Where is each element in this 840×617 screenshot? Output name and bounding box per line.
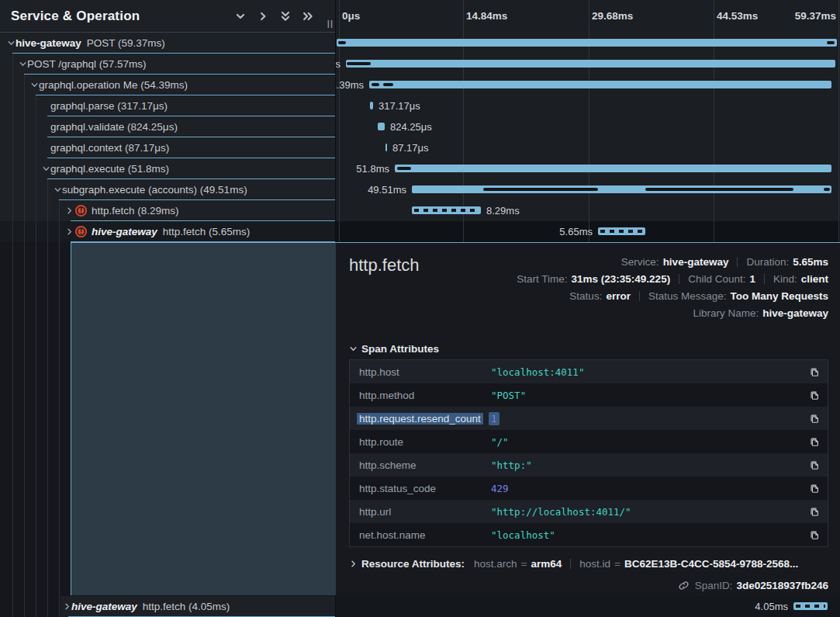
duration-label: 8.29ms <box>486 205 520 217</box>
chevron-down-icon[interactable] <box>233 9 247 23</box>
attribute-key: http.method <box>350 390 491 401</box>
span-bar[interactable] <box>395 165 831 172</box>
double-chevron-right-icon[interactable] <box>301 9 315 23</box>
meta-value: hive-gateway <box>663 256 729 268</box>
indent-spacer <box>41 123 50 132</box>
span-attributes-header[interactable]: Span Attributes <box>348 343 439 355</box>
attribute-key: http.route <box>350 436 491 448</box>
span-bar[interactable] <box>378 123 385 130</box>
attribute-key-text: http.status_code <box>359 483 436 494</box>
span-meta-line: Library Name:hive-gateway <box>517 305 828 322</box>
span-meta: Service:hive-gatewayDuration:5.65msStart… <box>517 254 828 322</box>
attribute-key: http.request.resend_count <box>350 413 491 425</box>
tree-row[interactable]: hive-gatewayPOST (59.37ms) <box>0 33 335 54</box>
child-span-mark <box>827 41 835 44</box>
attribute-value: "/" <box>491 436 801 448</box>
attribute-value-text: 1 <box>489 412 500 425</box>
chevron-right-icon[interactable] <box>64 206 74 216</box>
attribute-value-text: 429 <box>491 483 509 494</box>
span-bar[interactable] <box>337 39 837 47</box>
attribute-row: net.host.name"localhost" <box>350 523 828 546</box>
meta-label: Service: <box>621 256 659 268</box>
tree-row[interactable]: graphql.validate (824.25μs) <box>0 116 335 137</box>
copy-icon[interactable] <box>801 390 828 400</box>
span-bar[interactable] <box>346 60 835 68</box>
copy-icon[interactable] <box>801 529 828 540</box>
span-bar[interactable] <box>370 102 373 109</box>
copy-icon[interactable] <box>801 366 828 377</box>
tree-row[interactable]: !hive-gatewayhttp.fetch (5.65ms) <box>0 221 335 242</box>
meta-value: error <box>606 290 631 302</box>
tree-row[interactable]: graphql.context (87.17μs) <box>0 137 335 158</box>
attribute-row: http.host"localhost:4011" <box>350 360 828 383</box>
attribute-key-text: http.scheme <box>359 459 417 471</box>
copy-icon[interactable] <box>801 506 828 517</box>
copy-icon[interactable] <box>801 436 828 447</box>
resource-attributes-header[interactable]: Resource Attributes:host.arch=arm64host.… <box>348 558 798 570</box>
copy-icon[interactable] <box>801 413 828 424</box>
span-tree-panel: Service & Operation || hive-gatewayPOST … <box>0 0 336 617</box>
tree-header: Service & Operation <box>0 0 335 33</box>
chevron-right-icon[interactable] <box>256 9 270 23</box>
service-name: hive-gateway <box>16 37 81 49</box>
attribute-value: "http:" <box>491 459 801 471</box>
chevron-down-icon[interactable] <box>41 165 50 174</box>
timeline-row: 4.05ms <box>336 596 840 617</box>
span-bar[interactable] <box>598 227 645 235</box>
tree-row[interactable]: !http.fetch (8.29ms) <box>0 200 335 221</box>
child-span-mark <box>372 83 379 86</box>
child-span-mark <box>347 62 371 65</box>
chevron-down-icon[interactable] <box>6 39 16 48</box>
span-bar[interactable] <box>385 144 387 151</box>
chevron-down-icon[interactable] <box>29 81 39 90</box>
panel-resize-handle[interactable]: || <box>327 19 334 28</box>
meta-value: 31ms (23:35:49.225) <box>572 273 671 285</box>
attribute-value: 429 <box>491 483 801 494</box>
timeline-row: 87.17μs <box>336 137 840 158</box>
meta-label: Status: <box>569 290 602 302</box>
attribute-key: net.host.name <box>350 529 491 541</box>
resource-divider <box>570 559 571 569</box>
copy-icon[interactable] <box>801 459 828 470</box>
timeline-row <box>336 33 840 54</box>
copy-icon[interactable] <box>801 483 828 494</box>
timeline-row: 8.29ms <box>336 200 840 221</box>
tree-row[interactable]: graphql.execute (51.8ms) <box>0 158 335 179</box>
attribute-key-text: http.request.resend_count <box>357 413 483 425</box>
span-bar[interactable] <box>369 81 831 88</box>
span-bar[interactable] <box>412 206 481 214</box>
chevron-down-icon[interactable] <box>18 60 27 69</box>
chevron-right-icon <box>348 560 358 569</box>
tree-indent-guide <box>12 54 13 617</box>
equals-sign: = <box>521 558 527 570</box>
chevron-right-icon[interactable] <box>62 602 71 612</box>
link-icon[interactable] <box>678 580 690 591</box>
timeline-tick-label: 14.84ms <box>466 10 507 22</box>
tree-row[interactable]: graphql.parse (317.17μs) <box>0 95 335 116</box>
span-id-value: 3de02518937fb246 <box>736 580 828 591</box>
double-chevron-down-icon[interactable] <box>278 9 292 23</box>
tree-row[interactable]: hive-gatewayhttp.fetch (4.05ms) <box>60 596 335 617</box>
indent-spacer <box>41 144 50 153</box>
attribute-value: "http://localhost:4011/" <box>491 506 801 518</box>
tree-row[interactable]: POST /graphql (57.57ms) <box>0 54 335 75</box>
tree-header-title: Service & Operation <box>11 9 225 24</box>
tree-indent-guide <box>36 95 36 617</box>
timeline-row: 5.65ms <box>336 221 840 242</box>
chevron-down-icon[interactable] <box>53 185 62 195</box>
span-meta-line: Service:hive-gatewayDuration:5.65ms <box>517 254 828 271</box>
timeline-row: 317.17μs <box>336 95 840 116</box>
timeline-tick-label: 29.68ms <box>592 10 633 22</box>
attribute-value: 1 <box>491 413 801 425</box>
duration-label: 49.51ms <box>368 184 406 196</box>
tree-row[interactable]: subgraph.execute (accounts) (49.51ms) <box>0 179 335 200</box>
chevron-right-icon[interactable] <box>64 227 74 237</box>
tree-row[interactable]: graphql.operation Me (54.39ms) <box>0 75 335 95</box>
tree-rows: hive-gatewayPOST (59.37ms)POST /graphql … <box>0 33 335 242</box>
indent-spacer <box>41 102 50 111</box>
attribute-key: http.status_code <box>350 483 491 494</box>
meta-value: client <box>801 273 828 285</box>
attribute-row: http.request.resend_count1 <box>350 407 828 430</box>
span-bar[interactable] <box>793 602 828 610</box>
attribute-value: "POST" <box>491 390 801 401</box>
